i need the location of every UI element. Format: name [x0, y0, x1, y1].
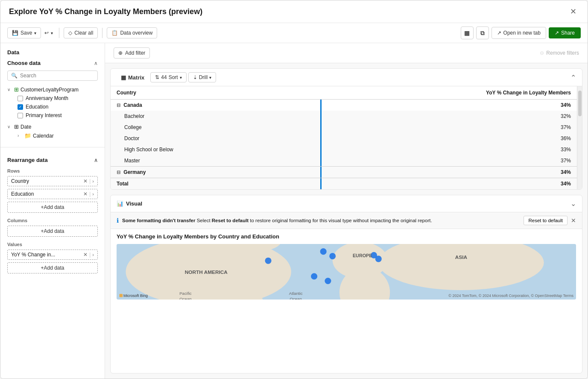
rearrange-collapse-icon: ∧ — [94, 157, 98, 163]
education-chip-expand[interactable]: › — [92, 191, 94, 197]
row-label: Doctor — [111, 133, 320, 144]
primary-interest-checkbox[interactable] — [18, 113, 23, 118]
window-title: Explore YoY % Change in Loyalty Members … — [9, 7, 202, 16]
tree-item-anniversary[interactable]: Anniversary Month — [18, 94, 98, 103]
columns-label: Columns — [7, 218, 98, 223]
share-icon: ↗ — [555, 30, 559, 36]
visual-header: 📊 Visual ⌄ — [111, 195, 582, 212]
tree-item-date[interactable]: ∨ ⊞ Date — [7, 122, 98, 131]
open-tab-label: Open in new tab — [503, 30, 541, 36]
title-bar-left: Explore YoY % Change in Loyalty Members … — [9, 7, 202, 16]
bing-label: Microsoft Bing — [123, 294, 148, 298]
notice-reset-text: Reset to default — [212, 218, 249, 223]
row-label: ⊟ Germany — [111, 167, 320, 178]
data-overview-button[interactable]: 📋 Data overview — [107, 27, 157, 38]
anniversary-label: Anniversary Month — [26, 95, 68, 101]
matrix-scrollbar[interactable] — [577, 86, 582, 189]
svg-point-8 — [320, 248, 327, 255]
share-button[interactable]: ↗ Share — [549, 27, 581, 38]
notice-close-button[interactable]: ✕ — [571, 217, 576, 224]
sort-dropdown-icon: ▾ — [180, 75, 182, 80]
col-country: Country — [111, 86, 320, 100]
svg-text:Ocean: Ocean — [290, 297, 302, 300]
sort-button[interactable]: ⇅ 44 Sort ▾ — [150, 72, 186, 82]
split-icon: ⧉ — [480, 29, 485, 37]
map-svg: NORTH AMERICA EUROPE ASIA Pacific Ocean … — [117, 244, 576, 300]
remove-filters-label: Remove filters — [546, 50, 579, 56]
primary-interest-label: Primary Interest — [26, 112, 62, 118]
tree-item-education[interactable]: ✓ Education — [18, 103, 98, 111]
date-label: Date — [20, 124, 31, 130]
search-input[interactable] — [20, 73, 94, 79]
row-value: 33% — [320, 144, 577, 155]
expand-icon[interactable]: ⊟ — [117, 103, 120, 108]
reset-default-button[interactable]: Reset to default — [524, 216, 568, 225]
clear-icon: ◇ — [68, 30, 72, 36]
visual-title-text: Visual — [126, 200, 142, 207]
customer-loyalty-label: CustomerLoyaltyProgram — [20, 87, 79, 93]
save-dropdown-icon: ▾ — [34, 31, 36, 35]
filter-bar: ⊕ Add filter ⊖ Remove filters — [105, 43, 588, 63]
education-chip: Education ✕ | › — [7, 189, 98, 199]
table-icon: ⊞ — [14, 86, 19, 93]
table-row: ⊟ Canada 34% — [111, 100, 577, 111]
remove-filters-button[interactable]: ⊖ Remove filters — [540, 50, 579, 56]
education-chip-remove[interactable]: ✕ — [83, 191, 88, 197]
visual-panel: 📊 Visual ⌄ ℹ Some formatting didn't tran… — [110, 195, 582, 373]
open-new-tab-button[interactable]: ↗ Open in new tab — [491, 27, 546, 39]
table-row: ⊟ Germany 34% — [111, 167, 577, 178]
rearrange-title-text: Rearrange data — [7, 157, 48, 163]
visual-expand-button[interactable]: ⌄ — [570, 200, 576, 208]
table-row: Doctor 36% — [111, 133, 577, 144]
bing-credits: ⊞ Microsoft Bing — [119, 293, 148, 298]
matrix-type-button[interactable]: ▦ Matrix — [117, 73, 149, 82]
visual-title: 📊 Visual — [117, 200, 142, 207]
row-value: 37% — [320, 155, 577, 167]
notice-bold: Some formatting didn't transfer — [122, 218, 195, 223]
matrix-grid-icon: ▦ — [121, 74, 126, 81]
drill-button[interactable]: ⇣ Drill ▾ — [188, 72, 216, 82]
row-label: Master — [111, 155, 320, 167]
expand-icon[interactable]: ⊟ — [117, 170, 120, 175]
table-row: Master 37% — [111, 155, 577, 167]
svg-point-10 — [311, 273, 317, 279]
yoy-chip-expand[interactable]: › — [92, 252, 94, 257]
undo-icon: ↩ — [44, 30, 49, 36]
tree-item-customer-loyalty[interactable]: ∨ ⊞ CustomerLoyaltyProgram — [7, 85, 98, 94]
sort-count: 44 — [161, 74, 167, 80]
grid-icon-button[interactable]: ▦ — [461, 26, 474, 39]
date-table-icon: ⊞ — [14, 123, 19, 130]
values-add-data-button[interactable]: +Add data — [7, 262, 98, 273]
tree-item-primary-interest[interactable]: Primary Interest — [18, 111, 98, 120]
content-area: ⊕ Add filter ⊖ Remove filters ▦ Matrix ⇅ — [105, 43, 588, 379]
clear-button[interactable]: ◇ Clear all — [64, 27, 98, 38]
data-overview-icon: 📋 — [111, 30, 118, 36]
close-button[interactable]: ✕ — [567, 6, 579, 18]
columns-add-data-button[interactable]: +Add data — [7, 226, 98, 237]
svg-text:Atlantic: Atlantic — [289, 291, 303, 296]
svg-point-13 — [375, 256, 382, 262]
table-row: High School or Below 33% — [111, 144, 577, 155]
tree-item-calendar[interactable]: › 📁 Calendar — [18, 131, 98, 140]
country-chip: Country ✕ | › — [7, 176, 98, 186]
country-chip-remove[interactable]: ✕ — [83, 178, 88, 184]
matrix-label: Matrix — [128, 74, 144, 81]
add-filter-button[interactable]: ⊕ Add filter — [114, 47, 150, 59]
choose-data-collapse-icon: ∧ — [94, 60, 98, 66]
chip-sep3: | — [89, 252, 91, 258]
education-checkbox[interactable]: ✓ — [18, 104, 23, 110]
sort-label: Sort — [169, 74, 178, 80]
svg-text:ASIA: ASIA — [455, 254, 468, 260]
matrix-collapse-button[interactable]: ⌃ — [570, 73, 576, 82]
save-button[interactable]: 💾 Save ▾ — [7, 27, 41, 38]
undo-button[interactable]: ↩ ▾ — [43, 28, 55, 38]
country-chip-expand[interactable]: › — [92, 179, 94, 184]
split-icon-button[interactable]: ⧉ — [476, 26, 489, 39]
yoy-chip-remove[interactable]: ✕ — [83, 252, 88, 258]
rows-add-data-button[interactable]: +Add data — [7, 202, 98, 213]
row-label: ⊟ Canada — [111, 100, 320, 111]
anniversary-checkbox[interactable] — [18, 96, 23, 101]
sidebar: Data Choose data ∧ 🔍 ∨ ⊞ CustomerLoyalty… — [0, 43, 105, 379]
search-box[interactable]: 🔍 — [7, 71, 98, 81]
svg-text:Ocean: Ocean — [179, 297, 192, 300]
